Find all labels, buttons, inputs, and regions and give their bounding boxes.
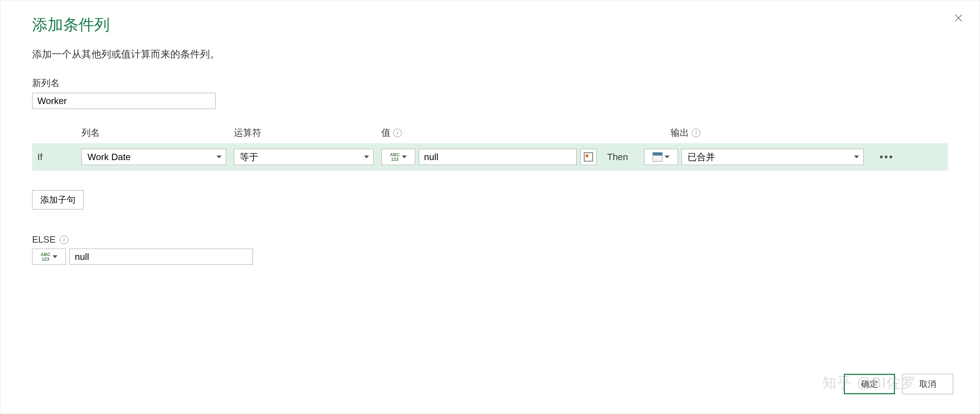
calendar-icon [584, 152, 593, 162]
header-output: 输出 i [671, 127, 700, 139]
output-select-value: 已合并 [687, 151, 715, 163]
chevron-down-icon [854, 155, 859, 158]
header-value: 值 i [381, 127, 671, 139]
add-clause-button[interactable]: 添加子句 [32, 190, 84, 209]
then-label: Then [607, 152, 644, 163]
condition-area: 列名 运算符 值 i 输出 i If Work Date 等于 [32, 127, 948, 171]
value-type-picker[interactable]: ABC123 [381, 149, 415, 165]
ok-button[interactable]: 确定 [844, 374, 895, 394]
condition-row: If Work Date 等于 ABC123 Then [32, 143, 948, 171]
else-label: ELSE [32, 234, 56, 245]
output-type-picker[interactable] [644, 149, 678, 165]
chevron-down-icon [402, 155, 407, 158]
chevron-down-icon [665, 155, 670, 158]
else-value-input[interactable] [70, 249, 253, 265]
header-value-text: 值 [381, 127, 391, 139]
chevron-down-icon [364, 155, 369, 158]
header-column-name: 列名 [81, 127, 234, 139]
ellipsis-icon: ••• [880, 151, 894, 163]
info-icon[interactable]: i [692, 129, 700, 137]
table-column-icon [652, 152, 662, 162]
date-picker-button[interactable] [580, 149, 597, 165]
chevron-down-icon [52, 255, 57, 258]
close-button[interactable] [951, 11, 966, 25]
header-operator: 运算符 [234, 127, 381, 139]
dialog-buttons: 确定 取消 [844, 374, 953, 394]
info-icon[interactable]: i [60, 236, 68, 244]
chevron-down-icon [216, 155, 221, 158]
close-icon [953, 13, 963, 23]
output-select[interactable]: 已合并 [682, 149, 864, 165]
condition-header-row: 列名 运算符 值 i 输出 i [32, 127, 948, 139]
if-label: If [37, 152, 81, 163]
value-input[interactable] [419, 149, 577, 165]
abc123-icon: ABC123 [390, 152, 400, 162]
abc123-icon: ABC123 [41, 252, 51, 261]
cancel-button[interactable]: 取消 [902, 374, 953, 394]
operator-select[interactable]: 等于 [234, 149, 374, 165]
add-conditional-column-dialog: 添加条件列 添加一个从其他列或值计算而来的条件列。 新列名 列名 运算符 值 i… [0, 0, 980, 414]
column-select-value: Work Date [88, 152, 130, 163]
column-select[interactable]: Work Date [81, 149, 226, 165]
new-column-name-input[interactable] [32, 93, 216, 109]
dialog-title: 添加条件列 [32, 14, 948, 35]
else-type-picker[interactable]: ABC123 [32, 249, 66, 265]
else-section: ELSE i ABC123 [32, 234, 948, 265]
new-column-label: 新列名 [32, 77, 948, 89]
dialog-subtitle: 添加一个从其他列或值计算而来的条件列。 [32, 48, 948, 61]
more-options-button[interactable]: ••• [876, 151, 897, 163]
operator-select-value: 等于 [240, 151, 258, 163]
header-output-text: 输出 [671, 127, 689, 139]
info-icon[interactable]: i [393, 129, 402, 137]
